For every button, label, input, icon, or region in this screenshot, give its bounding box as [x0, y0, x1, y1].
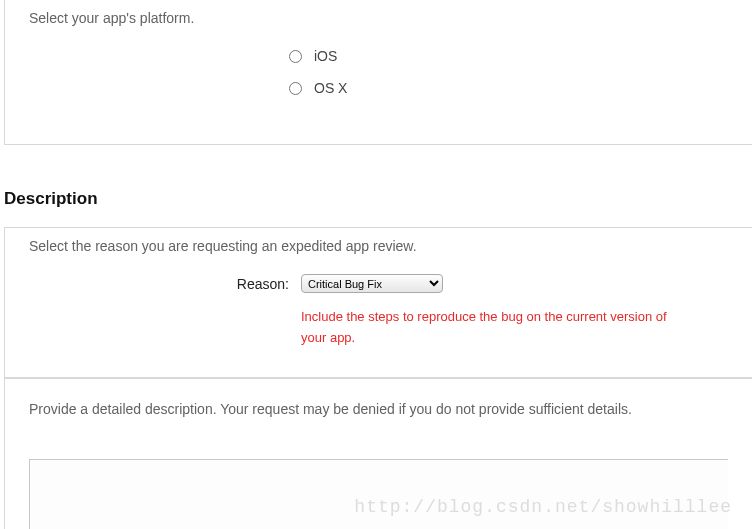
reason-row: Reason: Critical Bug Fix Include the ste…	[229, 274, 728, 349]
reason-right-col: Critical Bug Fix Include the steps to re…	[301, 274, 671, 349]
details-textarea[interactable]	[29, 459, 728, 529]
reason-prompt: Select the reason you are requesting an …	[29, 238, 728, 254]
radio-label-ios: iOS	[314, 48, 337, 64]
reason-panel: Select the reason you are requesting an …	[4, 227, 752, 378]
radio-ios[interactable]	[289, 50, 302, 63]
platform-panel: Select your app's platform. iOS OS X	[4, 0, 752, 145]
platform-prompt: Select your app's platform.	[29, 10, 728, 26]
radio-osx[interactable]	[289, 82, 302, 95]
reason-label: Reason:	[229, 274, 289, 292]
details-prompt: Provide a detailed description. Your req…	[29, 401, 728, 417]
reason-select[interactable]: Critical Bug Fix	[301, 274, 443, 293]
reason-hint: Include the steps to reproduce the bug o…	[301, 307, 671, 349]
platform-option-ios[interactable]: iOS	[289, 48, 728, 64]
platform-radio-group: iOS OS X	[289, 48, 728, 96]
platform-option-osx[interactable]: OS X	[289, 80, 728, 96]
details-panel: Provide a detailed description. Your req…	[4, 378, 752, 529]
description-heading: Description	[4, 189, 752, 209]
radio-label-osx: OS X	[314, 80, 347, 96]
